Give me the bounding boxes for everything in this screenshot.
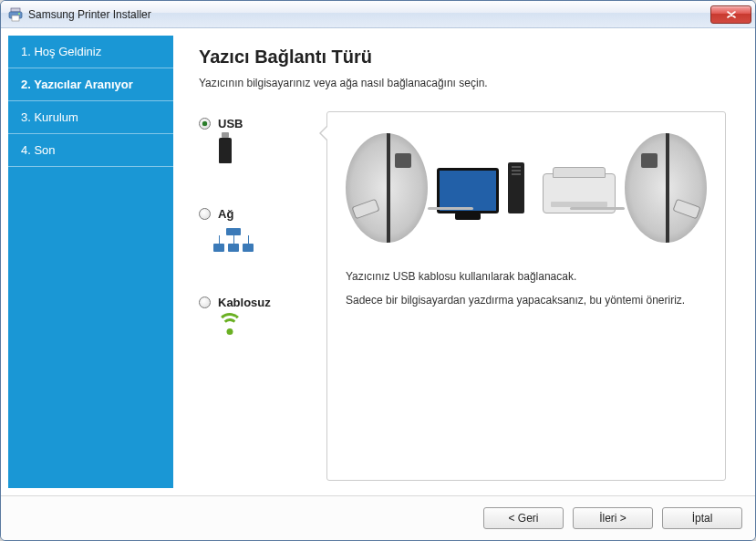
computer-port-icon — [346, 133, 428, 243]
close-icon — [727, 11, 736, 18]
connection-illustration — [346, 129, 707, 247]
svg-rect-2 — [12, 16, 19, 21]
back-button[interactable]: < Geri — [483, 507, 564, 529]
option-network-label: Ağ — [218, 207, 233, 221]
svg-point-3 — [18, 13, 20, 15]
usb-icon — [219, 138, 232, 163]
step-install[interactable]: 3. Kurulum — [8, 101, 173, 134]
option-wireless-label: Kablosuz — [218, 296, 271, 309]
option-network: Ağ — [199, 207, 308, 252]
titlebar[interactable]: Samsung Printer Installer — [1, 1, 755, 28]
preview-line-2: Sadece bir bilgisayardan yazdırma yapaca… — [346, 291, 707, 309]
option-wireless: Kablosuz — [199, 296, 308, 337]
svg-rect-0 — [11, 8, 20, 12]
option-network-radio-row[interactable]: Ağ — [199, 207, 308, 221]
footer: < Geri İleri > İptal — [1, 495, 755, 540]
printer-app-icon — [8, 7, 23, 22]
network-icon — [213, 228, 254, 252]
cancel-button[interactable]: İptal — [662, 507, 742, 529]
page-subtitle: Yazıcının bilgisayarınız veya ağa nasıl … — [199, 77, 726, 89]
radio-usb[interactable] — [199, 118, 211, 130]
content-row: USB Ağ — [199, 111, 726, 481]
preview-description: Yazıcınız USB kablosu kullanılarak bağla… — [346, 267, 707, 316]
preview-line-1: Yazıcınız USB kablosu kullanılarak bağla… — [346, 267, 707, 286]
option-usb-label: USB — [218, 117, 243, 130]
step-welcome[interactable]: 1. Hoş Geldiniz — [8, 36, 173, 68]
wifi-icon — [217, 317, 243, 337]
option-usb-radio-row[interactable]: USB — [199, 117, 308, 130]
close-button[interactable] — [710, 5, 751, 24]
main-panel: Yazıcı Bağlantı Türü Yazıcının bilgisaya… — [173, 36, 748, 488]
connection-options: USB Ağ — [199, 111, 308, 481]
devices-icon — [437, 162, 616, 213]
printer-port-icon — [625, 133, 707, 243]
wizard-sidebar: 1. Hoş Geldiniz 2. Yazıcılar Aranıyor 3.… — [8, 36, 173, 488]
preview-panel: Yazıcınız USB kablosu kullanılarak bağla… — [326, 111, 726, 481]
option-usb: USB — [199, 117, 308, 163]
step-searching[interactable]: 2. Yazıcılar Aranıyor — [8, 68, 173, 101]
radio-network[interactable] — [199, 208, 211, 220]
page-heading: Yazıcı Bağlantı Türü — [199, 47, 726, 68]
radio-wireless[interactable] — [199, 297, 211, 308]
window-title: Samsung Printer Installer — [28, 8, 710, 21]
option-wireless-radio-row[interactable]: Kablosuz — [199, 296, 308, 309]
next-button[interactable]: İleri > — [573, 507, 653, 529]
body: 1. Hoş Geldiniz 2. Yazıcılar Aranıyor 3.… — [1, 28, 755, 495]
step-finish[interactable]: 4. Son — [8, 134, 173, 167]
installer-window: Samsung Printer Installer 1. Hoş Geldini… — [0, 0, 756, 541]
